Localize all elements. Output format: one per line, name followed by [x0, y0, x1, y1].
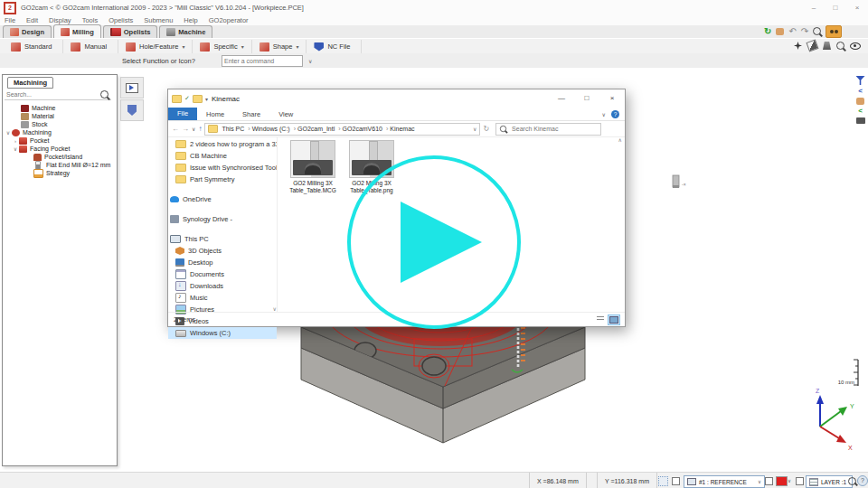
ribbon-collapse-icon[interactable]: ∨	[602, 111, 606, 117]
tree-item[interactable]: Flat End Mill Ø=12 mm	[5, 161, 113, 169]
breadcrumb-item[interactable]: This PC	[221, 126, 250, 132]
tree-item[interactable]: Strategy	[5, 169, 113, 177]
sidebar-item[interactable]: OneDrive	[168, 193, 277, 205]
explorer-tab[interactable]: View	[269, 110, 302, 118]
ribbon-tab[interactable]: Design	[3, 25, 52, 38]
explorer-tab-file[interactable]: File	[168, 108, 197, 120]
zoom-window-icon[interactable]	[836, 42, 844, 50]
ribbon-tab[interactable]: Machine	[159, 25, 212, 38]
layer-select[interactable]: LAYER :1	[806, 475, 853, 488]
breadcrumb-item[interactable]: Windows (C:)	[251, 126, 297, 132]
menu-item[interactable]: Tools	[82, 16, 99, 24]
eraser-icon[interactable]	[806, 39, 818, 52]
ribbon-tab[interactable]: Opelists	[103, 25, 158, 38]
undo-icon[interactable]: ↶	[788, 26, 796, 37]
scroll-down-icon[interactable]: ∨	[273, 305, 277, 312]
explorer-search-input[interactable]	[510, 125, 595, 133]
toolbar-button[interactable]: Shape ▾	[252, 40, 307, 53]
tree-expand-icon[interactable]: ›	[12, 138, 19, 144]
maximize-button[interactable]: □	[825, 1, 846, 14]
close-button[interactable]: ×	[846, 1, 868, 14]
chevron-down-icon[interactable]: ∨	[788, 478, 791, 483]
filter-icon[interactable]	[856, 76, 865, 85]
collapse-left-icon[interactable]: <	[858, 88, 863, 95]
explorer-tab[interactable]: Share	[233, 110, 269, 118]
sidebar-item[interactable]: Issue with Synchronised Tools	[168, 162, 277, 174]
command-combobox[interactable]: ∨	[222, 55, 303, 67]
command-input[interactable]	[222, 58, 308, 64]
explorer-search[interactable]	[495, 123, 601, 136]
sidebar-item[interactable]: Desktop	[168, 257, 277, 268]
camera-icon[interactable]	[856, 117, 865, 124]
back-icon[interactable]: ←	[172, 125, 179, 133]
help-icon[interactable]: ?	[611, 110, 619, 118]
reference-select[interactable]: #1 : REFERENCE ∨	[684, 475, 765, 488]
toolbar-button[interactable]: NC File	[307, 40, 362, 53]
menu-item[interactable]: Submenu	[144, 16, 173, 24]
video-play-overlay[interactable]	[347, 155, 521, 329]
tree-item[interactable]: Stock	[5, 120, 113, 128]
tree-expand-icon[interactable]: ∨	[12, 145, 19, 152]
breadcrumb[interactable]: This PCWindows (C:)GO2cam_IntlGO2camV610…	[204, 123, 480, 136]
check-icon[interactable]: ✓	[184, 95, 190, 102]
breadcrumb-item[interactable]: GO2camV610	[342, 126, 390, 132]
machining-search[interactable]	[5, 89, 111, 100]
thumbnail-view-button[interactable]	[608, 314, 620, 325]
menu-item[interactable]: GO2operator	[209, 16, 249, 24]
hand-tool-icon[interactable]	[856, 98, 864, 105]
breadcrumb-item[interactable]: Kinemac	[389, 126, 419, 132]
recent-locations-icon[interactable]: ∨	[192, 126, 195, 132]
address-dropdown-icon[interactable]: ∨	[473, 126, 479, 132]
toolbar-button[interactable]: Specific ▾	[193, 40, 251, 53]
toolbar-button[interactable]: Standard	[4, 40, 63, 53]
menu-item[interactable]: Opelists	[108, 16, 133, 24]
machining-search-input[interactable]	[5, 90, 100, 99]
clean-icon[interactable]	[823, 42, 831, 50]
redo-icon[interactable]: ↷	[801, 26, 808, 37]
grab-icon[interactable]	[776, 28, 784, 35]
toolbar-button[interactable]: Manual	[63, 40, 118, 53]
breadcrumb-item[interactable]: GO2cam_Intl	[297, 126, 342, 132]
sidebar-item[interactable]: Part Symmetry	[168, 174, 277, 185]
break-icon[interactable]	[794, 42, 802, 50]
up-icon[interactable]: ↑	[198, 125, 202, 133]
explorer-maximize-button[interactable]: □	[574, 90, 599, 107]
minimize-button[interactable]: –	[803, 1, 825, 14]
sidebar-item[interactable]: Windows (C:)	[168, 327, 277, 339]
chevron-down-icon[interactable]: ∨	[308, 58, 312, 64]
tree-item[interactable]: ∨ Machining	[5, 128, 113, 136]
list-view-button[interactable]	[595, 314, 606, 324]
zoom-icon[interactable]	[813, 27, 821, 35]
sidebar-item[interactable]: Downloads	[168, 280, 277, 292]
refresh-icon[interactable]: ↻	[764, 26, 771, 37]
tree-item[interactable]: Material	[5, 112, 113, 120]
ribbon-tab[interactable]: Milling	[53, 24, 101, 38]
nc-button[interactable]	[120, 99, 144, 121]
quick-access-dropdown-icon[interactable]: ▾	[205, 96, 208, 102]
zoom-layer-icon[interactable]	[848, 477, 856, 485]
menu-item[interactable]: Help	[184, 16, 197, 24]
reference-checkbox[interactable]	[672, 477, 680, 485]
menu-item[interactable]: File	[5, 16, 15, 24]
menu-item[interactable]: Display	[49, 16, 71, 24]
file-tile[interactable]: GO2 Milling 3X Table_Table.MCG	[285, 140, 341, 193]
forward-icon[interactable]: →	[182, 125, 189, 133]
grid-icon[interactable]	[658, 476, 668, 486]
menu-item[interactable]: Edit	[26, 16, 38, 24]
explorer-minimize-button[interactable]: —	[549, 90, 574, 107]
sidebar-item[interactable]: This PC	[168, 233, 277, 245]
refresh-icon[interactable]: ↻	[483, 125, 489, 133]
sidebar-item[interactable]: Synology Drive -	[168, 213, 277, 225]
help-icon[interactable]: ?	[857, 475, 868, 486]
layer-checkbox[interactable]	[796, 477, 804, 485]
tree-item[interactable]: › Pocket	[5, 136, 113, 145]
sidebar-item[interactable]: CB Machine	[168, 150, 277, 162]
tree-expand-icon[interactable]: ∨	[5, 129, 12, 136]
sidebar-item[interactable]: Music	[168, 292, 277, 304]
tree-item[interactable]: ∨ Facing Pocket	[5, 145, 113, 153]
glasses-icon[interactable]	[826, 25, 842, 38]
explorer-close-button[interactable]: ×	[599, 90, 625, 107]
simulation-button[interactable]	[120, 77, 144, 99]
collapse-left-green-icon[interactable]: <	[858, 108, 863, 115]
toolbar-button[interactable]: Hole/Feature ▾	[118, 40, 193, 53]
